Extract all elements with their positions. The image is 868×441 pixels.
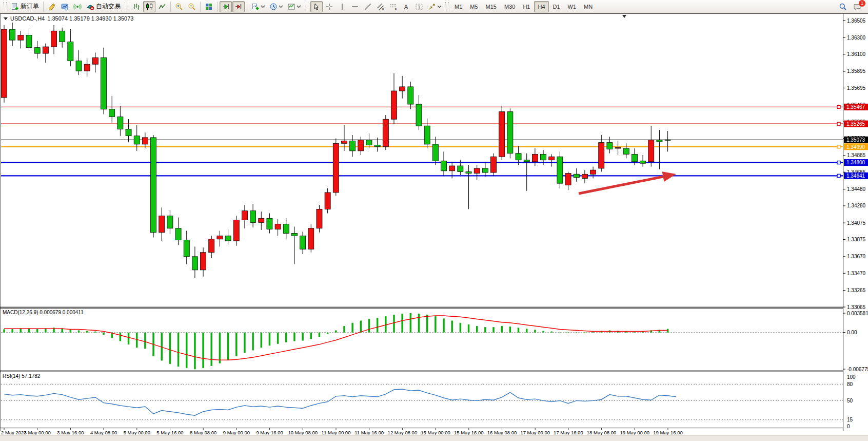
svg-text:T: T [418,4,421,9]
zoom-in-button[interactable] [173,1,185,12]
timeframe-M15-button[interactable]: M15 [482,1,500,12]
cursor-button[interactable] [310,1,323,12]
level-price-label: 1.34800 [846,160,865,165]
trendline-button[interactable] [362,1,374,12]
toolbar-separator [247,2,247,12]
styler-button[interactable] [46,1,58,12]
toolbar-grip[interactable] [3,2,7,11]
timeframe-M1-button[interactable]: M1 [451,1,466,12]
auto-trading-icon [86,3,94,11]
date-tick-label: 18 May 08:00 [587,430,617,435]
toolbar-separator [217,2,218,12]
search-button[interactable] [837,1,849,12]
toolbar-grip[interactable] [445,2,449,11]
chart-canvas[interactable]: 1.365051.363001.361001.358951.356951.354… [0,13,868,435]
date-tick-label: 19 May 00:00 [620,430,650,435]
date-tick-label: 5 May 00:00 [124,430,150,435]
fibonacci-button[interactable]: F [387,1,400,12]
timeframe-H4-button[interactable]: H4 [534,1,548,12]
level-price-label: 1.35467 [846,104,865,110]
fibonacci-icon: F [389,3,398,11]
timeframe-M30-button[interactable]: M30 [501,1,519,12]
level-anchor-square [837,161,840,164]
text-button[interactable]: A [400,1,412,12]
macd-signal-line [4,316,668,360]
add-indicator-icon [251,3,260,11]
collapse-triangle-icon[interactable] [4,17,8,20]
crosshair-icon [325,3,333,11]
macd-axis-label: 0.00 [847,330,857,335]
toolbar-separator [170,2,171,12]
candlestick-chart-icon [145,3,153,11]
rsi-value: 57.1782 [22,373,40,379]
signal-button[interactable] [71,1,84,12]
chart-ohlc-values: 1.35074 1.35179 1.34930 1.35073 [47,15,133,22]
level-price-label: 1.35265 [846,121,865,127]
timeframe-W1-button[interactable]: W1 [564,1,580,12]
text-label-button[interactable]: T [413,1,425,12]
price-tick-label: 1.34480 [847,186,866,192]
chevron-down-icon [438,5,441,8]
chart-shift-marker [622,15,626,18]
publish-button[interactable] [58,1,71,12]
horizontal-levels [1,107,843,176]
tile-windows-button[interactable] [203,1,215,12]
window-bottom-strip [0,435,868,441]
bar-chart-button[interactable] [130,1,143,12]
auto-scroll-button[interactable] [220,1,232,12]
chart-shift-icon [234,3,243,11]
new-order-label: 新订单 [21,2,39,11]
equidistant-channel-button[interactable]: E [374,1,387,12]
tile-windows-icon [205,3,213,11]
notification-badge[interactable]: 1 [859,0,865,7]
indicators-button[interactable] [249,1,267,12]
new-order-button[interactable]: 新订单 [9,1,41,12]
price-tick-label: 1.34075 [847,220,866,226]
timeframe-H1-button[interactable]: H1 [519,1,534,12]
chart-shift-button[interactable] [232,1,245,12]
price-tick-label: 1.36505 [847,18,866,24]
main-toolbar: 新订单 自动交易 [0,0,868,13]
rsi-axis-label: 80 [847,381,853,387]
price-tick-label: 1.36100 [847,51,866,57]
templates-button[interactable] [285,1,303,12]
date-tick-label: 2 May 2023 [1,430,27,435]
chart-symbol-timeframe: USDCAD-,H4 [10,15,45,22]
price-tick-label: 1.34885 [847,152,866,158]
level-anchor-square [837,122,840,125]
crosshair-button[interactable] [323,1,336,12]
price-tick-label: 1.33875 [847,237,866,242]
channel-icon: E [377,3,385,11]
timeframe-M5-button[interactable]: M5 [466,1,481,12]
toolbar-grip[interactable] [305,2,308,11]
rsi-axis-label: 100 [847,374,856,380]
template-icon [287,3,295,11]
horizontal-line-button[interactable] [349,1,361,12]
search-icon [839,3,847,11]
price-tick-label: 1.33670 [847,254,866,259]
auto-trading-button[interactable]: 自动交易 [84,1,123,12]
svg-text:E: E [382,7,384,10]
timeframe-MN-button[interactable]: MN [580,1,596,12]
zoom-out-icon [188,3,196,11]
chevron-down-icon [279,5,283,8]
auto-trading-label: 自动交易 [96,2,121,11]
svg-text:F: F [395,8,397,11]
arrows-button[interactable] [426,1,443,12]
vertical-line-button[interactable] [336,1,348,12]
horizontal-line-icon [351,3,359,11]
candlestick-chart-button[interactable] [143,1,155,12]
toolbar-grip[interactable] [125,2,128,11]
timeframe-D1-button[interactable]: D1 [549,1,564,12]
zoom-out-button[interactable] [186,1,198,12]
rsi-axis-label: 50 [847,398,853,404]
chart-window[interactable]: 1.365051.363001.361001.358951.356951.354… [0,13,868,435]
toolbar-separator [200,2,201,12]
date-tick-label: 11 May 16:00 [354,430,384,435]
periods-button[interactable] [267,1,285,12]
macd-axis-label: -0.006775 [847,367,868,372]
line-chart-button[interactable] [156,1,168,12]
date-tick-label: 15 May 00:00 [421,430,450,435]
signal-icon [73,3,82,11]
date-tick-label: 3 May 16:00 [57,430,84,435]
